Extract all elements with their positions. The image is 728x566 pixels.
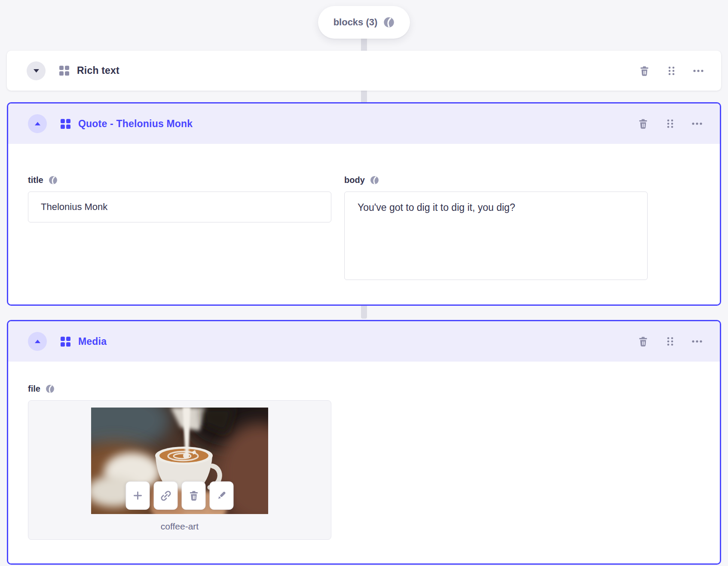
block-header-quote[interactable]: Quote - Thelonius Monk	[8, 103, 720, 144]
media-toolbar	[126, 481, 234, 510]
collapse-toggle-button[interactable]	[28, 114, 47, 133]
trash-icon	[638, 336, 648, 347]
delete-block-button[interactable]	[638, 64, 651, 77]
ellipsis-icon	[691, 119, 703, 129]
link-icon	[160, 490, 171, 502]
drag-handle-icon	[666, 119, 674, 129]
media-filename: coffee-art	[28, 521, 331, 532]
file-dropzone[interactable]: coffee-art	[28, 400, 331, 540]
body-field: body You've got to dig it to dig it, you…	[344, 175, 648, 282]
drag-handle-icon	[666, 336, 674, 347]
body-textarea[interactable]: You've got to dig it to dig it, you dig?	[344, 192, 648, 280]
delete-block-button[interactable]	[636, 117, 649, 130]
more-options-button[interactable]	[692, 64, 705, 77]
more-options-button[interactable]	[691, 335, 704, 348]
ellipsis-icon	[691, 336, 703, 347]
block-rich-text: Rich text	[7, 51, 721, 91]
quote-block-content: title body You've got to dig it to dig i…	[8, 144, 720, 304]
globe-icon	[49, 176, 58, 185]
delete-block-button[interactable]	[636, 335, 649, 348]
field-label: body	[344, 175, 365, 185]
drag-handle[interactable]	[664, 335, 676, 348]
drag-handle-icon	[667, 66, 676, 76]
ellipsis-icon	[693, 66, 704, 76]
chevron-up-icon	[34, 121, 41, 126]
blocks-array-field: blocks (3) Rich text	[0, 6, 728, 565]
edit-media-button[interactable]	[210, 481, 234, 510]
block-title: Rich text	[77, 65, 119, 76]
chevron-down-icon	[33, 68, 40, 73]
trash-icon	[638, 118, 648, 129]
globe-icon	[383, 17, 395, 28]
more-options-button[interactable]	[691, 117, 704, 130]
globe-icon	[370, 176, 379, 185]
blocks-grid-icon	[59, 66, 69, 76]
title-input[interactable]	[28, 192, 331, 222]
copy-link-button[interactable]	[154, 481, 178, 510]
delete-media-button[interactable]	[182, 481, 206, 510]
array-count-pill: blocks (3)	[318, 6, 410, 39]
block-title: Quote - Thelonius Monk	[78, 118, 193, 130]
blocks-grid-icon	[61, 119, 70, 129]
plus-icon	[132, 490, 144, 501]
field-label: file	[28, 384, 40, 394]
block-title: Media	[78, 336, 107, 347]
block-header-media[interactable]: Media	[8, 321, 720, 362]
blocks-grid-icon	[61, 337, 70, 347]
block-media: Media file	[7, 320, 721, 565]
file-field: file	[28, 384, 331, 540]
globe-icon	[46, 384, 55, 393]
title-field: title	[28, 175, 331, 282]
drag-handle[interactable]	[665, 64, 678, 77]
trash-icon	[639, 65, 650, 76]
array-count-label: blocks (3)	[333, 17, 378, 28]
pencil-icon	[216, 490, 227, 501]
trash-icon	[188, 490, 199, 501]
chevron-up-icon	[34, 339, 41, 344]
media-block-content: file	[8, 362, 720, 563]
collapse-toggle-button[interactable]	[28, 332, 47, 351]
add-media-button[interactable]	[126, 481, 150, 510]
expand-toggle-button[interactable]	[27, 61, 46, 80]
drag-handle[interactable]	[664, 117, 676, 130]
field-label: title	[28, 175, 43, 185]
block-quote: Quote - Thelonius Monk title	[7, 102, 721, 306]
block-header-rich-text[interactable]: Rich text	[7, 51, 721, 91]
